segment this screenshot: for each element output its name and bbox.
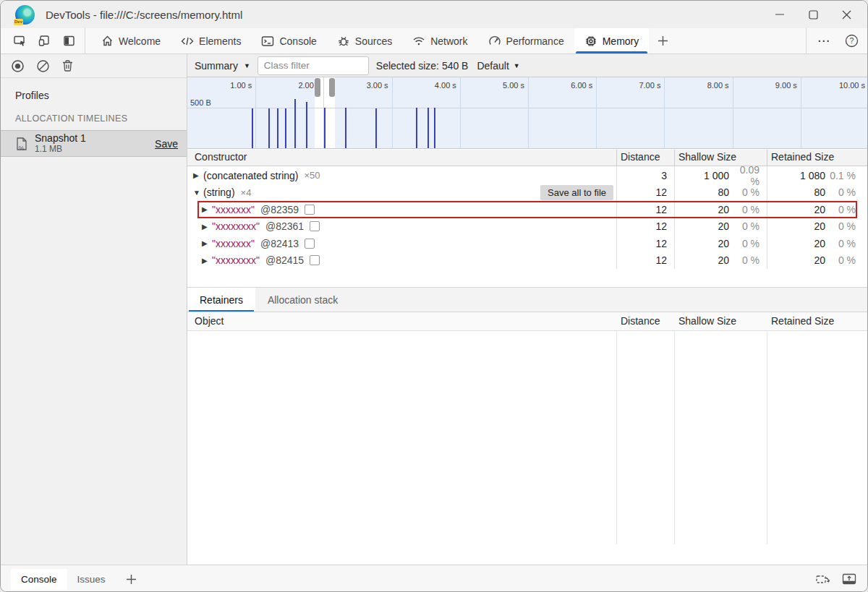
devtools-tab-bar: Welcome Elements Console Sources Network [1, 28, 868, 54]
timeline-gridline [392, 77, 393, 148]
close-button[interactable] [830, 1, 863, 28]
tab-network[interactable]: Network [402, 28, 477, 53]
column-shallow-size[interactable]: Shallow Size [678, 315, 736, 327]
wifi-icon [412, 35, 425, 46]
checkbox[interactable] [310, 221, 320, 231]
column-object[interactable]: Object [195, 315, 224, 327]
code-icon [181, 35, 194, 47]
add-tab-icon[interactable] [649, 28, 677, 53]
trash-icon[interactable] [61, 59, 74, 72]
help-icon[interactable]: ? [840, 31, 863, 51]
checkbox[interactable] [305, 239, 315, 249]
svg-text:?: ? [849, 36, 854, 45]
add-drawer-tab-icon[interactable] [116, 569, 147, 590]
more-menu-icon[interactable]: ⋯ [812, 31, 835, 51]
timeline-tick-label: 1.00 s [230, 81, 255, 90]
profiles-toolbar [1, 54, 187, 78]
snapshot-save-link[interactable]: Save [155, 138, 178, 150]
minimize-button[interactable] [763, 1, 796, 28]
allocation-bar [345, 108, 346, 148]
table-row[interactable]: ▼ (string) ×4 Save all to file 12 800 % … [187, 184, 868, 202]
profiles-sidebar: Profiles ALLOCATION TIMELINES % Snapshot… [1, 54, 187, 565]
allocation-bar [416, 108, 417, 148]
title-bar: Dev DevTools - file:///C:/screens/memory… [1, 1, 868, 28]
allocation-bar [277, 108, 278, 148]
timeline-gridline [733, 77, 733, 148]
selection-handle-right[interactable] [329, 78, 335, 97]
open-drawer-icon[interactable] [841, 572, 857, 585]
tab-retainers[interactable]: Retainers [187, 288, 255, 312]
retainers-grid-lines [187, 331, 868, 544]
column-constructor[interactable]: Constructor [195, 151, 247, 163]
timeline-tick-label: 6.00 s [571, 81, 596, 90]
expander-icon[interactable]: ▼ [193, 189, 203, 197]
timeline-tick-label: 8.00 s [707, 81, 733, 90]
constructor-rows: ▶ (concatenated string) ×50 3 1 0000.09 … [187, 167, 868, 269]
edge-devtools-logo-icon: Dev [15, 5, 35, 25]
table-row[interactable]: ▶ "xxxxxxx" @82413 12 200 % 200 % [187, 235, 868, 252]
tab-welcome[interactable]: Welcome [91, 28, 171, 53]
gauge-icon [488, 35, 501, 47]
selection-handle-left[interactable] [315, 78, 320, 97]
constructor-table-header: Constructor Distance Shallow Size Retain… [187, 150, 868, 166]
allocation-bar [434, 108, 435, 148]
dock-side-icon[interactable] [57, 31, 80, 51]
window-title: DevTools - file:///C:/screens/memory.htm… [46, 9, 242, 21]
table-row[interactable]: ▶ (concatenated string) ×50 3 1 0000.09 … [187, 167, 868, 184]
chevron-down-icon: ▼ [244, 62, 250, 69]
allocation-bar [294, 99, 296, 148]
allocation-bar [285, 108, 286, 148]
checkbox[interactable] [305, 205, 315, 215]
column-retained-size[interactable]: Retained Size [771, 151, 834, 163]
column-distance[interactable]: Distance [621, 151, 660, 163]
timeline-y-label: 500 B [190, 98, 211, 107]
inspect-icon[interactable] [8, 31, 31, 51]
perspective-select[interactable]: Summary ▼ [187, 60, 258, 72]
timeline-gridline [664, 77, 665, 148]
save-all-to-file-button[interactable]: Save all to file [540, 185, 613, 200]
expander-icon[interactable]: ▶ [193, 171, 203, 179]
home-icon [101, 35, 114, 47]
timeline-tick-label: 4.00 s [435, 81, 460, 90]
timeline-plot: 500 B 1.00 s2.00 s3.00 s4.00 s5.00 s6.00… [187, 77, 868, 148]
table-row[interactable]: ▶ "xxxxxxxx" @82415 12 200 % 200 % [187, 252, 868, 270]
tab-sources[interactable]: Sources [327, 28, 402, 53]
expander-icon[interactable]: ▶ [202, 239, 212, 247]
tab-console[interactable]: Console [251, 28, 326, 53]
allocation-bar [268, 108, 270, 148]
snapshot-doc-icon: % [14, 136, 28, 152]
maximize-button[interactable] [796, 1, 830, 28]
expander-icon[interactable]: ▶ [202, 257, 212, 265]
tab-memory[interactable]: Memory [574, 28, 650, 53]
device-toolbar-icon[interactable] [33, 31, 56, 51]
tab-console-drawer[interactable]: Console [11, 569, 67, 590]
bug-icon [337, 35, 350, 47]
profiler-toolbar: Summary ▼ Selected size: 540 B Default ▼ [187, 54, 868, 77]
allocation-bar [306, 102, 307, 148]
clear-icon[interactable] [36, 59, 50, 73]
column-shallow-size[interactable]: Shallow Size [678, 151, 736, 163]
tab-issues[interactable]: Issues [67, 569, 116, 590]
checkbox[interactable] [310, 255, 320, 265]
tab-elements[interactable]: Elements [171, 28, 251, 53]
tab-performance[interactable]: Performance [478, 28, 574, 53]
base-select[interactable]: Default ▼ [477, 60, 519, 72]
expander-icon[interactable]: ▶ [202, 205, 212, 213]
table-row[interactable]: ▶ "xxxxxxxx" @82361 12 200 % 200 % [187, 218, 868, 236]
console-icon [261, 35, 274, 47]
expander-icon[interactable]: ▶ [202, 223, 212, 231]
record-icon[interactable] [11, 59, 25, 73]
timeline-gridline [528, 77, 529, 148]
column-distance[interactable]: Distance [621, 315, 660, 327]
class-filter-input[interactable] [258, 56, 369, 75]
column-retained-size[interactable]: Retained Size [771, 315, 834, 327]
table-row-highlighted[interactable]: ▶ "xxxxxxx" @82359 12 200 % 200 % [187, 201, 868, 218]
snapshot-item[interactable]: % Snapshot 1 1.1 MB Save [1, 130, 187, 157]
allocation-timeline[interactable]: 500 B 1.00 s2.00 s3.00 s4.00 s5.00 s6.00… [187, 77, 868, 149]
timeline-tick-label: 3.00 s [367, 81, 392, 90]
selected-size-label: Selected size: 540 B [376, 60, 469, 72]
activity-refresh-icon[interactable] [815, 572, 831, 585]
timeline-tick-label: 7.00 s [639, 81, 664, 90]
tab-allocation-stack[interactable]: Allocation stack [255, 288, 350, 312]
allocation-bar [252, 108, 253, 148]
